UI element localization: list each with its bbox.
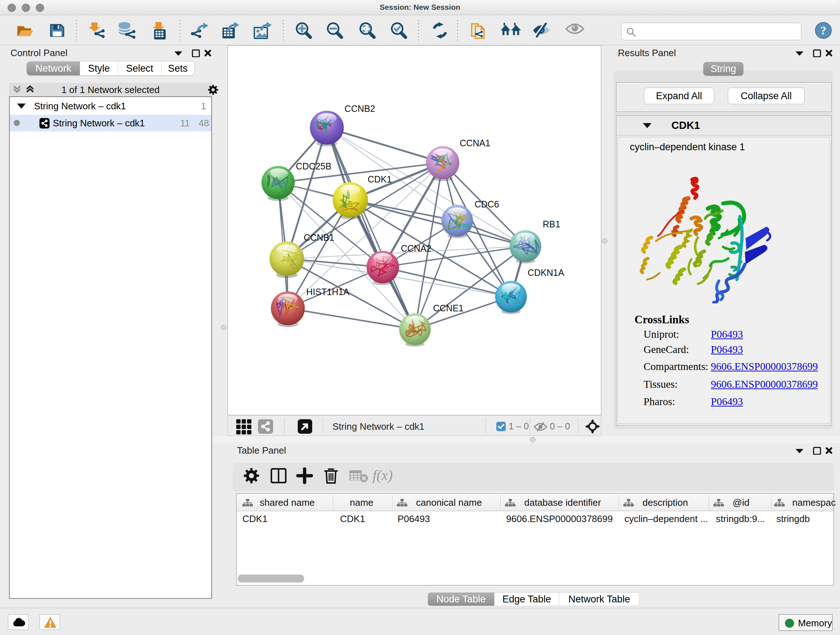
svg-text:HIST1H1A: HIST1H1A	[306, 287, 350, 297]
svg-text:CCNB1: CCNB1	[304, 233, 335, 242]
svg-text:CCNE1: CCNE1	[433, 303, 464, 313]
svg-text:CDK1: CDK1	[368, 174, 392, 184]
svg-text:RB1: RB1	[543, 219, 561, 229]
svg-text:CDC6: CDC6	[475, 199, 499, 209]
svg-text:?: ?	[821, 24, 826, 37]
svg-text:CCNB2: CCNB2	[344, 103, 375, 114]
svg-text:CDC25B: CDC25B	[296, 161, 332, 171]
svg-text:CDKN1A: CDKN1A	[527, 268, 564, 278]
svg-text:CCNA1: CCNA1	[460, 138, 491, 148]
svg-text:CCNA2: CCNA2	[401, 243, 431, 253]
